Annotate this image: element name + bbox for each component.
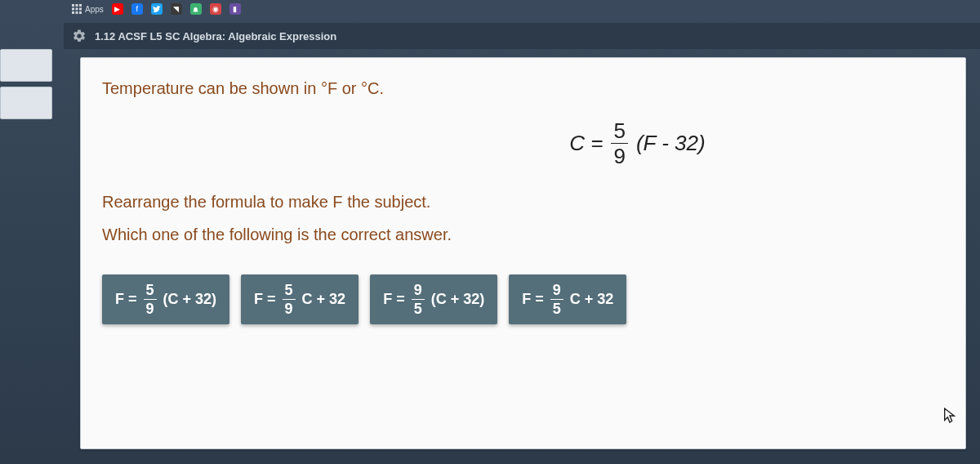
lesson-title-text: 1.12 ACSF L5 SC Algebra: Algebraic Expre… bbox=[95, 30, 336, 42]
answer-fraction: 5 9 bbox=[283, 283, 296, 316]
svg-rect-3 bbox=[72, 8, 74, 11]
bell-icon[interactable] bbox=[190, 3, 202, 15]
gear-icon bbox=[72, 29, 87, 43]
question-line-2: Rearrange the formula to make F the subj… bbox=[102, 190, 944, 214]
formula-frac-num: 5 bbox=[611, 120, 627, 144]
svg-rect-0 bbox=[72, 4, 74, 7]
answer-prefix: F = bbox=[383, 291, 405, 308]
answer-num: 5 bbox=[283, 283, 296, 300]
svg-rect-4 bbox=[76, 8, 78, 11]
answer-suffix: C + 32 bbox=[570, 291, 614, 308]
thumbnail[interactable] bbox=[0, 87, 52, 119]
svg-rect-5 bbox=[79, 8, 82, 11]
lesson-title-bar: 1.12 ACSF L5 SC Algebra: Algebraic Expre… bbox=[64, 23, 980, 49]
question-line-3: Which one of the following is the correc… bbox=[102, 222, 944, 247]
question-panel: Temperature can be shown in °F or °C. C … bbox=[80, 57, 966, 449]
answer-prefix: F = bbox=[522, 291, 544, 308]
thumbnail[interactable] bbox=[0, 49, 52, 82]
bookmark-icon[interactable]: ▮ bbox=[229, 3, 241, 15]
formula-frac-den: 9 bbox=[611, 144, 627, 167]
answer-fraction: 9 5 bbox=[550, 283, 564, 316]
twitter-icon[interactable] bbox=[151, 3, 163, 15]
svg-rect-8 bbox=[79, 11, 82, 14]
answer-option-d[interactable]: F = 9 5 C + 32 bbox=[509, 274, 626, 324]
answer-num: 5 bbox=[144, 283, 157, 300]
apps-grid-icon bbox=[72, 4, 82, 14]
formula-lhs: C = bbox=[569, 131, 603, 156]
answer-option-c[interactable]: F = 9 5 (C + 32) bbox=[370, 274, 497, 324]
answer-option-b[interactable]: F = 5 9 C + 32 bbox=[241, 274, 359, 324]
facebook-icon[interactable]: f bbox=[131, 3, 143, 15]
answer-prefix: F = bbox=[254, 291, 276, 308]
answer-prefix: F = bbox=[115, 291, 137, 308]
answer-num: 9 bbox=[550, 283, 564, 300]
answer-option-a[interactable]: F = 5 9 (C + 32) bbox=[102, 274, 229, 324]
steam-icon[interactable]: ◥ bbox=[171, 3, 182, 15]
youtube-icon[interactable]: ▶ bbox=[112, 3, 123, 15]
answer-den: 5 bbox=[412, 300, 425, 316]
answer-suffix: (C + 32) bbox=[431, 291, 485, 308]
answer-den: 9 bbox=[144, 300, 157, 316]
circle-icon[interactable]: ◉ bbox=[210, 3, 221, 15]
cursor-icon bbox=[942, 407, 957, 425]
apps-label: Apps bbox=[85, 5, 104, 14]
apps-shortcut[interactable]: Apps bbox=[72, 4, 104, 14]
answer-den: 9 bbox=[283, 300, 296, 316]
answer-fraction: 5 9 bbox=[144, 283, 157, 316]
question-text-block-2: Rearrange the formula to make F the subj… bbox=[102, 190, 944, 247]
given-formula: C = 5 9 (F - 32) bbox=[331, 120, 944, 167]
answer-den: 5 bbox=[550, 300, 564, 316]
left-thumbnail-strip bbox=[0, 49, 59, 124]
answer-num: 9 bbox=[412, 283, 425, 300]
formula-rhs: (F - 32) bbox=[636, 131, 706, 156]
answer-suffix: (C + 32) bbox=[163, 291, 217, 308]
answer-fraction: 9 5 bbox=[412, 283, 425, 316]
svg-rect-1 bbox=[76, 4, 78, 7]
svg-rect-2 bbox=[79, 4, 82, 7]
answer-row: F = 5 9 (C + 32) F = 5 9 C + 32 F = 9 5 … bbox=[102, 274, 944, 324]
answer-suffix: C + 32 bbox=[302, 291, 346, 308]
bookmark-bar: Apps ▶ f ◥ ◉ ▮ bbox=[64, 0, 980, 18]
svg-rect-6 bbox=[72, 11, 74, 14]
formula-fraction: 5 9 bbox=[611, 120, 627, 167]
question-line-1: Temperature can be shown in °F or °C. bbox=[102, 76, 944, 100]
svg-rect-7 bbox=[76, 11, 78, 14]
question-text-block: Temperature can be shown in °F or °C. bbox=[102, 76, 944, 100]
